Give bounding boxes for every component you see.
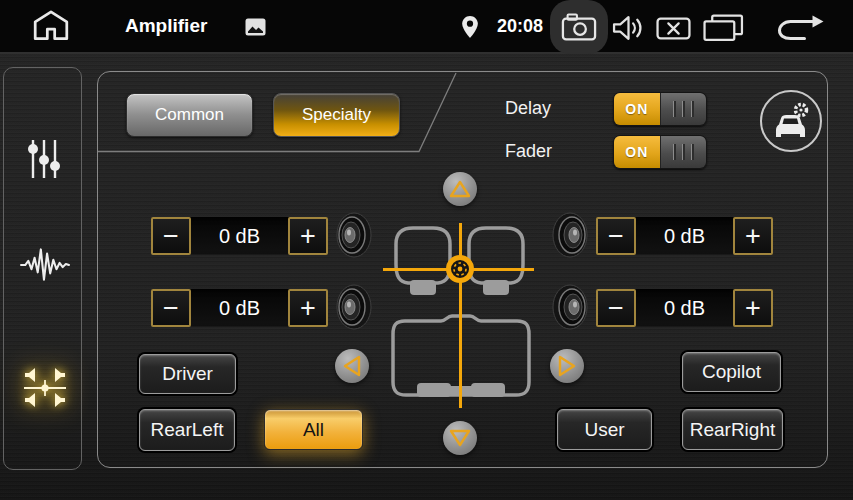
gain-minus-rear-right[interactable]: − [596, 289, 636, 327]
fader-label: Fader [505, 141, 605, 162]
camera-icon [561, 13, 597, 41]
car-settings-icon [768, 99, 814, 143]
sidebar [3, 67, 82, 470]
gain-plus-front-right[interactable]: + [733, 217, 773, 255]
gain-plus-rear-right[interactable]: + [733, 289, 773, 327]
back-icon[interactable] [776, 15, 825, 41]
page-title: Amplifier [125, 0, 207, 52]
delay-toggle-knob [660, 93, 707, 125]
fader-toggle[interactable]: ON [613, 135, 707, 169]
recent-apps-icon[interactable] [703, 14, 744, 41]
arrow-right-icon [557, 354, 577, 378]
gain-plus-front-left[interactable]: + [288, 217, 328, 255]
gain-plus-rear-left[interactable]: + [288, 289, 328, 327]
car-settings-button[interactable] [760, 90, 822, 152]
tab-specialty-label: Specialty [302, 105, 371, 125]
arrow-up-icon [448, 179, 472, 199]
fader-toggle-knob [660, 136, 707, 168]
status-bar: Amplifier 20:08 [0, 0, 853, 54]
speaker-rear-right-icon [551, 284, 589, 330]
balance-left-button[interactable] [335, 349, 369, 383]
gain-row-rear-left: 0 dB − + [151, 289, 328, 327]
speaker-rear-left-icon [335, 284, 373, 330]
head-unit-screen: Amplifier 20:08 [0, 0, 853, 500]
zone-all-label: All [303, 419, 324, 441]
gain-minus-front-right[interactable]: − [596, 217, 636, 255]
zone-rearright-label: RearRight [690, 419, 776, 441]
arrow-left-icon [342, 354, 362, 378]
zone-copilot-button[interactable]: Copilot [682, 352, 781, 392]
delay-toggle[interactable]: ON [613, 92, 707, 126]
arrow-down-icon [448, 428, 472, 448]
fader-down-button[interactable] [443, 421, 477, 455]
volume-icon[interactable] [612, 15, 645, 41]
location-pin-icon [461, 15, 479, 39]
fader-panel: Common Specialty Delay ON Fader ON 0 dB [97, 71, 828, 468]
speaker-front-left-icon [335, 212, 373, 258]
zone-all-button[interactable]: All [264, 409, 363, 450]
speaker-front-right-icon [551, 212, 589, 258]
tab-common[interactable]: Common [126, 93, 253, 137]
gain-row-front-right: 0 dB − + [596, 217, 773, 255]
image-icon[interactable] [245, 18, 266, 36]
zone-copilot-label: Copilot [702, 361, 761, 383]
zone-user-button[interactable]: User [557, 409, 652, 450]
balance-right-button[interactable] [550, 349, 584, 383]
crosshair-target[interactable] [442, 251, 478, 287]
home-icon[interactable] [31, 8, 71, 42]
close-window-icon[interactable] [656, 17, 691, 40]
delay-label: Delay [505, 98, 605, 119]
equalizer-icon[interactable] [26, 138, 62, 180]
zone-user-label: User [584, 419, 624, 441]
zone-rearleft-label: RearLeft [151, 419, 224, 441]
zone-driver-button[interactable]: Driver [139, 354, 236, 394]
zone-rearright-button[interactable]: RearRight [682, 409, 783, 450]
gain-minus-front-left[interactable]: − [151, 217, 191, 255]
clock: 20:08 [497, 0, 543, 52]
fader-up-button[interactable] [443, 172, 477, 206]
tab-common-label: Common [155, 105, 224, 125]
tab-specialty[interactable]: Specialty [273, 93, 400, 137]
zone-driver-label: Driver [162, 363, 213, 385]
camera-button[interactable] [550, 0, 608, 54]
zone-rearleft-button[interactable]: RearLeft [139, 409, 235, 451]
fader-balance-icon[interactable] [23, 366, 67, 410]
gain-row-front-left: 0 dB − + [151, 217, 328, 255]
gain-row-rear-right: 0 dB − + [596, 289, 773, 327]
gain-minus-rear-left[interactable]: − [151, 289, 191, 327]
fader-toggle-on-label: ON [614, 136, 660, 168]
delay-toggle-on-label: ON [614, 93, 660, 125]
sound-effects-icon[interactable] [20, 245, 70, 283]
